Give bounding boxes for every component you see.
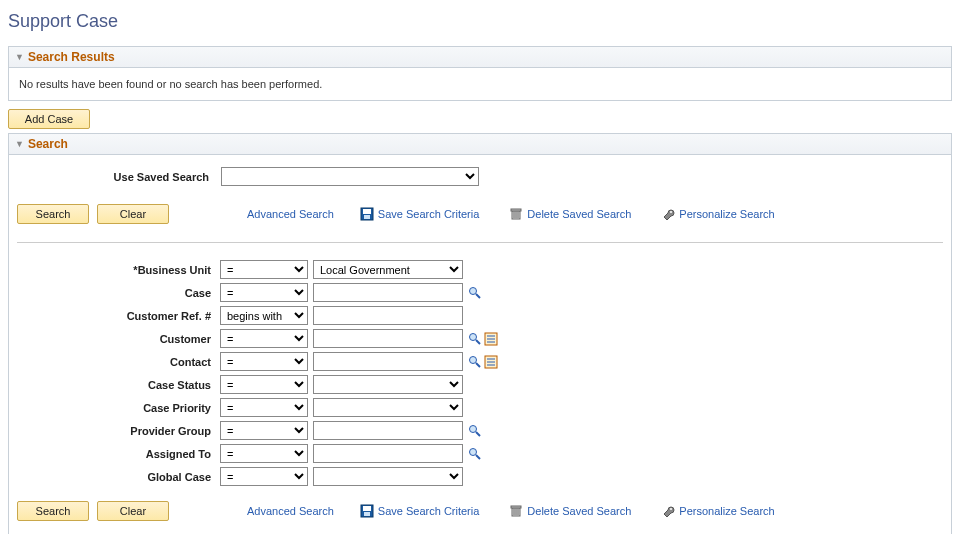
advanced-search-link[interactable]: Advanced Search: [247, 208, 334, 220]
trash-icon: [509, 504, 523, 518]
advanced-search-link[interactable]: Advanced Search: [247, 505, 334, 517]
customer-input[interactable]: [313, 329, 463, 348]
provider-group-op[interactable]: =: [220, 421, 308, 440]
case-input[interactable]: [313, 283, 463, 302]
top-action-row: Search Clear Advanced Search Save Search…: [17, 196, 943, 232]
search-results-label: Search Results: [28, 50, 115, 64]
case-priority-op[interactable]: =: [220, 398, 308, 417]
save-search-criteria-link[interactable]: Save Search Criteria: [378, 208, 480, 220]
search-panel: ▼ Search Use Saved Search Search Clear A…: [8, 133, 952, 534]
search-results-panel: ▼ Search Results No results have been fo…: [8, 46, 952, 101]
business-unit-value[interactable]: Local Government: [313, 260, 463, 279]
clear-button[interactable]: Clear: [97, 204, 169, 224]
assigned-to-op[interactable]: =: [220, 444, 308, 463]
delete-saved-search-link[interactable]: Delete Saved Search: [527, 208, 631, 220]
case-status-op[interactable]: =: [220, 375, 308, 394]
use-saved-search-select[interactable]: [221, 167, 479, 186]
search-header[interactable]: ▼ Search: [9, 134, 951, 155]
wrench-icon: [661, 504, 675, 518]
no-results-message: No results have been found or no search …: [17, 74, 943, 94]
detail-icon[interactable]: [484, 355, 498, 369]
search-header-label: Search: [28, 137, 68, 151]
collapse-icon: ▼: [15, 52, 24, 62]
lookup-icon[interactable]: [468, 286, 482, 300]
wrench-icon: [661, 207, 675, 221]
search-results-header[interactable]: ▼ Search Results: [9, 47, 951, 68]
use-saved-search-label: Use Saved Search: [17, 171, 215, 183]
assigned-to-input[interactable]: [313, 444, 463, 463]
lookup-icon[interactable]: [468, 332, 482, 346]
case-status-value[interactable]: [313, 375, 463, 394]
trash-icon: [509, 207, 523, 221]
customer-ref-op[interactable]: begins with: [220, 306, 308, 325]
customer-ref-input[interactable]: [313, 306, 463, 325]
add-case-button[interactable]: Add Case: [8, 109, 90, 129]
collapse-icon: ▼: [15, 139, 24, 149]
global-case-op[interactable]: =: [220, 467, 308, 486]
customer-label: Customer: [17, 333, 215, 345]
customer-op[interactable]: =: [220, 329, 308, 348]
global-case-value[interactable]: [313, 467, 463, 486]
personalize-search-link[interactable]: Personalize Search: [679, 208, 774, 220]
provider-group-label: Provider Group: [17, 425, 215, 437]
lookup-icon[interactable]: [468, 447, 482, 461]
contact-input[interactable]: [313, 352, 463, 371]
business-unit-op[interactable]: =: [220, 260, 308, 279]
case-priority-value[interactable]: [313, 398, 463, 417]
contact-label: Contact: [17, 356, 215, 368]
case-priority-label: Case Priority: [17, 402, 215, 414]
assigned-to-label: Assigned To: [17, 448, 215, 460]
case-label: Case: [17, 287, 215, 299]
save-search-criteria-link[interactable]: Save Search Criteria: [378, 505, 480, 517]
personalize-search-link[interactable]: Personalize Search: [679, 505, 774, 517]
page-title: Support Case: [8, 11, 952, 32]
customer-ref-label: Customer Ref. #: [17, 310, 215, 322]
search-button[interactable]: Search: [17, 501, 89, 521]
provider-group-input[interactable]: [313, 421, 463, 440]
contact-op[interactable]: =: [220, 352, 308, 371]
search-button[interactable]: Search: [17, 204, 89, 224]
clear-button[interactable]: Clear: [97, 501, 169, 521]
case-op[interactable]: =: [220, 283, 308, 302]
save-icon: [360, 207, 374, 221]
search-fields: *Business Unit = Local Government Case =…: [17, 259, 943, 487]
delete-saved-search-link[interactable]: Delete Saved Search: [527, 505, 631, 517]
save-icon: [360, 504, 374, 518]
detail-icon[interactable]: [484, 332, 498, 346]
lookup-icon[interactable]: [468, 424, 482, 438]
global-case-label: Global Case: [17, 471, 215, 483]
business-unit-label: *Business Unit: [17, 264, 215, 276]
bottom-action-row: Search Clear Advanced Search Save Search…: [17, 493, 943, 529]
lookup-icon[interactable]: [468, 355, 482, 369]
case-status-label: Case Status: [17, 379, 215, 391]
